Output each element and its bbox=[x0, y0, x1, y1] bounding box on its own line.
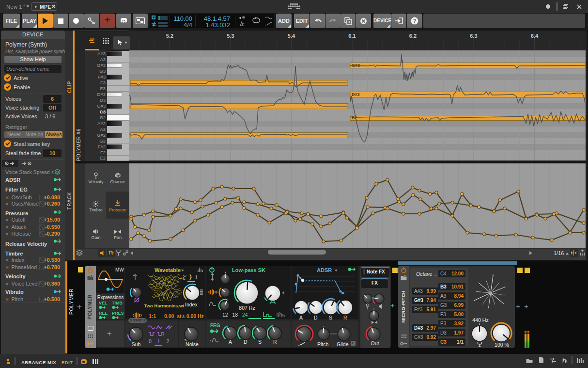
svg-text:D#3: D#3 bbox=[352, 92, 360, 97]
svg-text:B2: B2 bbox=[352, 115, 357, 120]
svg-text:w: w bbox=[92, 21, 95, 25]
svg-text:?: ? bbox=[413, 18, 417, 24]
